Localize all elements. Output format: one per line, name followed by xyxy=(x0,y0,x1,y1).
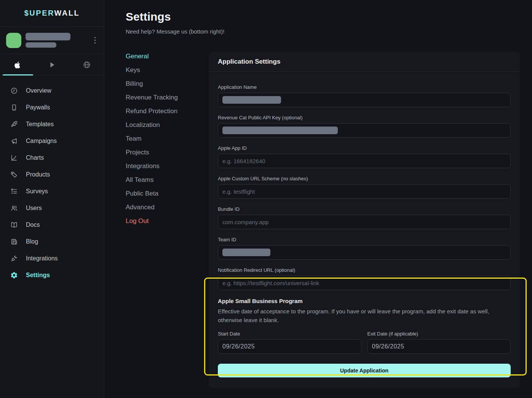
settings-nav-general[interactable]: General xyxy=(126,53,209,60)
sidebar-item-label: Products xyxy=(26,171,50,178)
field-label: Notification Redirect URL (optional) xyxy=(218,267,511,273)
sidebar-item-label: Blog xyxy=(26,238,38,245)
sidebar-item-surveys[interactable]: Surveys xyxy=(0,183,104,200)
megaphone-icon xyxy=(10,137,18,145)
field-bundle-id: Bundle ID xyxy=(218,206,511,229)
settings-nav-projects[interactable]: Projects xyxy=(126,149,209,156)
tag-icon xyxy=(10,171,18,178)
apple-custom-url-scheme-input[interactable] xyxy=(218,184,511,199)
brand-logo[interactable]: $UPERWALL xyxy=(0,0,104,27)
people-icon xyxy=(10,204,18,212)
sidebar-item-label: Charts xyxy=(26,154,44,161)
card-header: Application Settings xyxy=(209,52,520,72)
update-application-button[interactable]: Update Application xyxy=(218,364,511,377)
settings-nav-log-out[interactable]: Log Out xyxy=(126,217,209,225)
tab-google-play[interactable] xyxy=(35,54,69,75)
apple-icon xyxy=(13,61,22,69)
apple-app-id-input[interactable] xyxy=(218,154,511,168)
bundle-id-input[interactable] xyxy=(218,215,511,229)
application-name-input[interactable] xyxy=(218,93,511,107)
settings-nav-revenue-tracking[interactable]: Revenue Tracking xyxy=(126,94,209,101)
field-label: Apple App ID xyxy=(218,145,511,151)
page-title: Settings xyxy=(126,9,532,24)
brand-logo-left: $UPER xyxy=(24,9,54,17)
sidebar-item-docs[interactable]: Docs xyxy=(0,217,104,233)
settings-nav-refund-protection[interactable]: Refund Protection xyxy=(126,108,209,115)
settings-nav-integrations[interactable]: Integrations xyxy=(126,162,209,170)
line-chart-icon xyxy=(10,154,18,162)
phone-icon xyxy=(10,104,18,111)
field-application-name: Application Name xyxy=(218,84,511,107)
field-apple-app-id: Apple App ID xyxy=(218,145,511,168)
field-label: Start Date xyxy=(218,331,361,337)
sbp-title: Apple Small Business Program xyxy=(218,298,511,304)
settings-nav-team[interactable]: Team xyxy=(126,135,209,143)
sidebar-nav: Overview Paywalls Templates Campaigns Ch… xyxy=(0,75,104,284)
settings-nav-public-beta[interactable]: Public Beta xyxy=(126,190,209,197)
page-subtitle: Need help? Message us (bottom right)! xyxy=(126,28,532,35)
sidebar-item-label: Overview xyxy=(26,87,51,94)
newspaper-icon xyxy=(10,238,18,246)
settings-section-nav: General Keys Billing Revenue Tracking Re… xyxy=(126,52,209,388)
field-label: Application Name xyxy=(218,84,511,90)
field-notification-redirect-url: Notification Redirect URL (optional) xyxy=(218,267,511,290)
sidebar-item-label: Docs xyxy=(26,221,40,228)
field-revenuecat-api-key: Revenue Cat Public API Key (optional) xyxy=(218,115,511,138)
sidebar-item-label: Settings xyxy=(26,272,50,279)
sidebar-item-integrations[interactable]: Integrations xyxy=(0,250,104,267)
redacted-text-bar xyxy=(26,42,56,48)
plug-icon xyxy=(10,255,18,262)
card-body: Application Name Revenue Cat Public API … xyxy=(209,72,520,388)
gear-icon xyxy=(10,271,18,279)
open-book-icon xyxy=(10,221,18,229)
sidebar-item-charts[interactable]: Charts xyxy=(0,149,104,166)
exit-date-input[interactable] xyxy=(367,339,511,354)
field-exit-date: Exit Date (if applicable) xyxy=(367,331,511,354)
sidebar-item-campaigns[interactable]: Campaigns xyxy=(0,133,104,149)
sidebar-item-paywalls[interactable]: Paywalls xyxy=(0,99,104,116)
sidebar-item-label: Templates xyxy=(26,121,54,128)
redacted-value xyxy=(222,127,338,134)
sidebar-item-blog[interactable]: Blog xyxy=(0,233,104,250)
sbp-date-row: Start Date Exit Date (if applicable) xyxy=(218,331,511,354)
settings-nav-all-teams[interactable]: All Teams xyxy=(126,176,209,184)
field-label: Bundle ID xyxy=(218,206,511,212)
sidebar-item-settings[interactable]: Settings xyxy=(0,267,104,284)
field-team-id: Team ID xyxy=(218,237,511,260)
field-label: Team ID xyxy=(218,237,511,242)
sidebar-item-label: Users xyxy=(26,205,42,212)
brand-logo-right: WALL xyxy=(54,9,80,17)
sidebar-item-label: Paywalls xyxy=(26,104,50,111)
overview-clock-icon xyxy=(10,87,18,95)
notification-redirect-url-input[interactable] xyxy=(218,276,511,290)
settings-nav-billing[interactable]: Billing xyxy=(126,80,209,88)
main-content: Settings Need help? Message us (bottom r… xyxy=(104,0,532,398)
field-label: Revenue Cat Public API Key (optional) xyxy=(218,115,511,120)
tab-web[interactable] xyxy=(69,54,104,75)
sidebar-item-users[interactable]: Users xyxy=(0,200,104,217)
redacted-text-bar xyxy=(26,33,70,40)
sidebar-item-templates[interactable]: Templates xyxy=(0,116,104,133)
field-apple-custom-url-scheme: Apple Custom URL Scheme (no slashes) xyxy=(218,176,511,199)
settings-nav-localization[interactable]: Localization xyxy=(126,121,209,129)
sidebar-item-label: Integrations xyxy=(26,255,58,262)
kebab-menu-icon[interactable] xyxy=(92,35,98,46)
workspace-avatar xyxy=(6,33,21,48)
redacted-value xyxy=(222,249,270,256)
rocket-icon xyxy=(10,120,18,128)
team-id-input[interactable] xyxy=(218,245,511,260)
checklist-icon xyxy=(10,188,18,195)
settings-nav-keys[interactable]: Keys xyxy=(126,66,209,74)
apple-small-business-program-section: Apple Small Business Program Effective d… xyxy=(218,298,511,354)
sbp-description: Effective date of acceptance to the prog… xyxy=(218,307,511,324)
redacted-value xyxy=(222,96,281,104)
start-date-input[interactable] xyxy=(218,339,361,354)
sidebar: $UPERWALL Overview xyxy=(0,0,104,398)
field-label: Apple Custom URL Scheme (no slashes) xyxy=(218,176,511,181)
sidebar-item-products[interactable]: Products xyxy=(0,166,104,183)
settings-nav-advanced[interactable]: Advanced xyxy=(126,204,209,211)
field-start-date: Start Date xyxy=(218,331,361,354)
revenuecat-api-key-input[interactable] xyxy=(218,123,511,138)
tab-apple[interactable] xyxy=(0,54,35,75)
sidebar-item-overview[interactable]: Overview xyxy=(0,82,104,99)
